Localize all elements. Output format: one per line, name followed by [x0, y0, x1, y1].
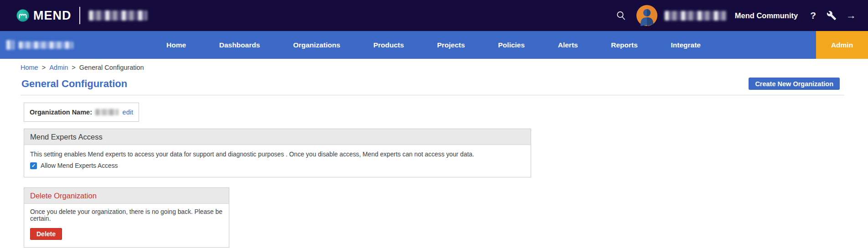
- mend-logo-icon: [16, 9, 29, 22]
- org-selector[interactable]: [6, 31, 73, 59]
- wrench-icon[interactable]: [827, 10, 837, 21]
- nav-item-integrate[interactable]: Integrate: [671, 41, 701, 49]
- breadcrumb-separator: >: [42, 64, 46, 71]
- organization-name-label: Organization Name:: [30, 109, 92, 116]
- create-new-organization-button[interactable]: Create New Organization: [749, 78, 840, 90]
- search-icon[interactable]: [615, 10, 626, 21]
- main-navbar: Home Dashboards Organizations Products P…: [0, 31, 868, 59]
- delete-panel-header: Delete Organization: [24, 188, 229, 204]
- title-row: General Configuration Create New Organiz…: [21, 78, 847, 90]
- nav-item-home[interactable]: Home: [166, 41, 186, 49]
- general-configuration-page: MEND Mend Community: [0, 0, 868, 249]
- allow-experts-label: Allow Mend Experts Access: [41, 162, 118, 169]
- redacted-account-name: [89, 10, 147, 21]
- brand-divider: [79, 7, 80, 24]
- nav-item-reports[interactable]: Reports: [611, 41, 638, 49]
- breadcrumb-home-link[interactable]: Home: [21, 64, 38, 71]
- title-divider: [21, 95, 844, 95]
- avatar[interactable]: [636, 5, 657, 26]
- nav-item-organizations[interactable]: Organizations: [293, 41, 340, 49]
- main-content: Home > Admin > General Configuration Gen…: [0, 59, 868, 248]
- mend-experts-access-panel: Mend Experts Access This setting enables…: [24, 129, 531, 177]
- nav-items: Home Dashboards Organizations Products P…: [166, 31, 701, 59]
- redacted-username[interactable]: [665, 11, 727, 21]
- nav-item-alerts[interactable]: Alerts: [558, 41, 578, 49]
- edit-organization-name-link[interactable]: edit: [123, 109, 133, 116]
- allow-experts-row: ✓ Allow Mend Experts Access: [30, 162, 525, 169]
- breadcrumb-current: General Configuration: [79, 64, 144, 71]
- experts-description: This setting enables Mend experts to acc…: [30, 151, 525, 158]
- nav-item-dashboards[interactable]: Dashboards: [219, 41, 260, 49]
- organization-name-panel: Organization Name: edit: [24, 103, 139, 122]
- brand-name: MEND: [33, 9, 72, 23]
- nav-item-products[interactable]: Products: [373, 41, 404, 49]
- mend-community-link[interactable]: Mend Community: [735, 11, 798, 20]
- experts-panel-header: Mend Experts Access: [24, 129, 531, 145]
- redacted-organization-name-value: [95, 109, 119, 115]
- nav-item-policies[interactable]: Policies: [498, 41, 525, 49]
- topbar-right: Mend Community ? →: [615, 5, 856, 26]
- brand: MEND: [16, 7, 147, 24]
- experts-panel-body: This setting enables Mend experts to acc…: [24, 145, 531, 177]
- delete-panel-body: Once you delete your organization, there…: [24, 204, 229, 247]
- topbar: MEND Mend Community: [0, 0, 868, 31]
- help-icon[interactable]: ?: [810, 10, 816, 21]
- org-icon: [6, 40, 15, 50]
- delete-button[interactable]: Delete: [30, 228, 62, 240]
- nav-item-admin-active[interactable]: Admin: [816, 31, 868, 59]
- nav-item-projects[interactable]: Projects: [437, 41, 465, 49]
- breadcrumb-admin-link[interactable]: Admin: [49, 64, 68, 71]
- redacted-org-name: [19, 42, 73, 49]
- allow-experts-checkbox[interactable]: ✓: [30, 162, 37, 169]
- breadcrumb-separator: >: [72, 64, 75, 71]
- delete-description: Once you delete your organization, there…: [30, 208, 223, 222]
- delete-organization-panel: Delete Organization Once you delete your…: [24, 187, 229, 248]
- logout-arrow-icon[interactable]: →: [846, 10, 856, 21]
- breadcrumb: Home > Admin > General Configuration: [21, 59, 847, 71]
- page-title: General Configuration: [21, 78, 127, 90]
